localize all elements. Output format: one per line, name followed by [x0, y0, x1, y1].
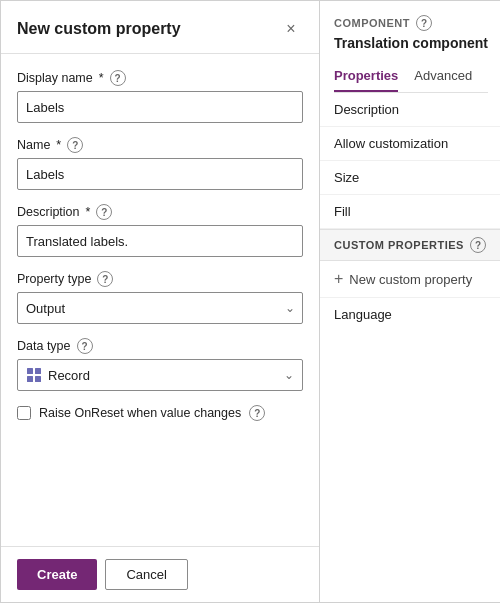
property-type-label: Property type ? — [17, 271, 303, 287]
prop-size[interactable]: Size — [320, 161, 500, 195]
property-type-select[interactable]: Output Input — [17, 292, 303, 324]
component-label-row: COMPONENT ? — [334, 15, 488, 31]
component-help-icon[interactable]: ? — [416, 15, 432, 31]
raise-on-reset-checkbox[interactable] — [17, 406, 31, 420]
prop-description[interactable]: Description — [320, 93, 500, 127]
data-type-label: Data type ? — [17, 338, 303, 354]
name-group: Name * ? — [17, 137, 303, 190]
new-custom-property-dialog: New custom property × Display name * ? N… — [0, 0, 320, 603]
close-button[interactable]: × — [279, 17, 303, 41]
right-body: Description Allow customization Size Fil… — [320, 93, 500, 602]
name-help-icon[interactable]: ? — [67, 137, 83, 153]
dialog-title: New custom property — [17, 20, 181, 38]
add-icon: + — [334, 270, 343, 288]
record-grid-icon — [26, 367, 42, 383]
prop-language[interactable]: Language — [320, 298, 500, 331]
tab-advanced[interactable]: Advanced — [414, 61, 472, 92]
display-name-group: Display name * ? — [17, 70, 303, 123]
data-type-select[interactable]: Record ⌄ — [17, 359, 303, 391]
name-label: Name * ? — [17, 137, 303, 153]
svg-rect-0 — [27, 368, 33, 374]
desc-required-indicator: * — [86, 205, 91, 219]
custom-properties-section: CUSTOM PROPERTIES ? — [320, 229, 500, 261]
create-button[interactable]: Create — [17, 559, 97, 590]
component-title: Translation component — [334, 35, 488, 51]
tabs-row: Properties Advanced — [334, 61, 488, 93]
display-name-input[interactable] — [17, 91, 303, 123]
custom-properties-label-row: CUSTOM PROPERTIES ? — [334, 237, 488, 253]
component-header: COMPONENT ? Translation component Proper… — [320, 1, 500, 93]
property-type-help-icon[interactable]: ? — [97, 271, 113, 287]
add-custom-property-row[interactable]: + New custom property — [320, 261, 500, 298]
svg-rect-3 — [35, 376, 41, 382]
display-name-help-icon[interactable]: ? — [110, 70, 126, 86]
data-type-chevron-icon: ⌄ — [284, 368, 294, 382]
svg-rect-1 — [35, 368, 41, 374]
description-input[interactable] — [17, 225, 303, 257]
svg-rect-2 — [27, 376, 33, 382]
property-type-group: Property type ? Output Input ⌄ — [17, 271, 303, 324]
data-type-group: Data type ? Record ⌄ — [17, 338, 303, 391]
right-panel: COMPONENT ? Translation component Proper… — [320, 0, 500, 603]
required-indicator: * — [99, 71, 104, 85]
property-type-select-wrapper: Output Input ⌄ — [17, 292, 303, 324]
prop-fill[interactable]: Fill — [320, 195, 500, 229]
raise-on-reset-help-icon[interactable]: ? — [249, 405, 265, 421]
prop-allow-customization[interactable]: Allow customization — [320, 127, 500, 161]
custom-properties-title: CUSTOM PROPERTIES — [334, 239, 464, 251]
component-label: COMPONENT — [334, 17, 410, 29]
description-group: Description * ? — [17, 204, 303, 257]
display-name-label: Display name * ? — [17, 70, 303, 86]
data-type-help-icon[interactable]: ? — [77, 338, 93, 354]
custom-properties-help-icon[interactable]: ? — [470, 237, 486, 253]
dialog-header: New custom property × — [1, 1, 319, 54]
raise-on-reset-label: Raise OnReset when value changes — [39, 406, 241, 420]
dialog-footer: Create Cancel — [1, 546, 319, 602]
tab-properties[interactable]: Properties — [334, 61, 398, 92]
raise-on-reset-row: Raise OnReset when value changes ? — [17, 405, 303, 421]
name-input[interactable] — [17, 158, 303, 190]
name-required-indicator: * — [56, 138, 61, 152]
dialog-body: Display name * ? Name * ? Description * … — [1, 54, 319, 546]
data-type-value: Record — [48, 368, 284, 383]
description-help-icon[interactable]: ? — [96, 204, 112, 220]
add-custom-property-label: New custom property — [349, 272, 472, 287]
cancel-button[interactable]: Cancel — [105, 559, 187, 590]
description-label: Description * ? — [17, 204, 303, 220]
